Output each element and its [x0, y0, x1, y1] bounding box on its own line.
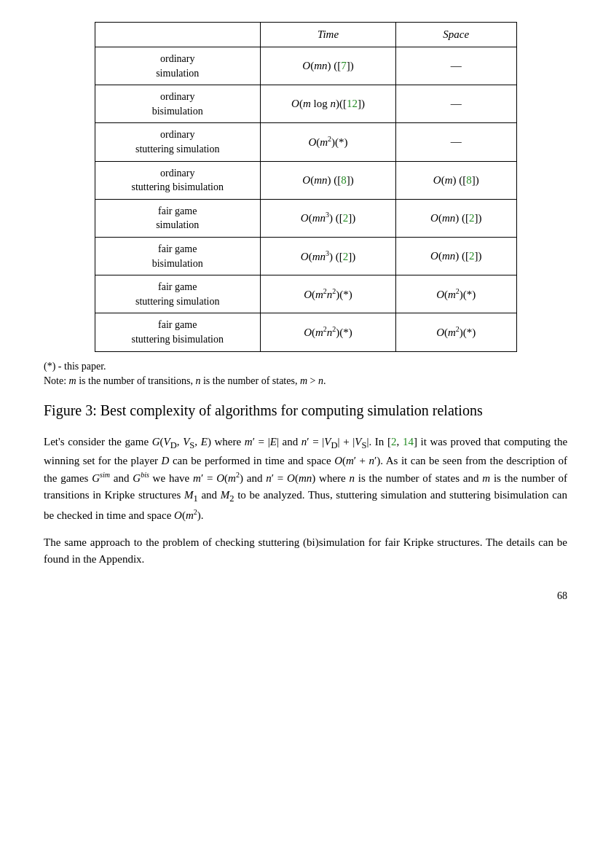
row-time-5: O(mn3) ([2]) — [260, 199, 395, 237]
body-paragraph-1: Let's consider the game G(VD, VS, E) whe… — [44, 434, 567, 525]
row-space-6: O(mn) ([2]) — [396, 237, 516, 275]
row-time-1: O(mn) ([7]) — [260, 47, 395, 85]
table-row: fair gamestuttering bisimulation O(m2n2)… — [95, 313, 516, 351]
row-space-7: O(m2)(*) — [396, 275, 516, 313]
row-space-5: O(mn) ([2]) — [396, 199, 516, 237]
row-time-2: O(m log n)([12]) — [260, 85, 395, 123]
col-header-time: Time — [260, 23, 395, 47]
row-space-8: O(m2)(*) — [396, 313, 516, 351]
table-row: fair gamestuttering simulation O(m2n2)(*… — [95, 275, 516, 313]
table-row: fair gamesimulation O(mn3) ([2]) O(mn) (… — [95, 199, 516, 237]
table-row: ordinarystuttering bisimulation O(mn) ([… — [95, 161, 516, 199]
col-header-algorithm — [95, 23, 260, 47]
row-time-3: O(m2)(*) — [260, 123, 395, 161]
row-label-7: fair gamestuttering simulation — [95, 275, 260, 313]
table-row: fair gamebisimulation O(mn3) ([2]) O(mn)… — [95, 237, 516, 275]
figure-caption: Figure 3: Best complexity of algorithms … — [44, 400, 567, 421]
row-space-2: — — [396, 85, 516, 123]
row-time-7: O(m2n2)(*) — [260, 275, 395, 313]
table-row: ordinarysimulation O(mn) ([7]) — — [95, 47, 516, 85]
row-time-6: O(mn3) ([2]) — [260, 237, 395, 275]
row-label-3: ordinarystuttering simulation — [95, 123, 260, 161]
row-label-1: ordinarysimulation — [95, 47, 260, 85]
table-row: ordinarybisimulation O(m log n)([12]) — — [95, 85, 516, 123]
row-label-5: fair gamesimulation — [95, 199, 260, 237]
body-paragraph-2: The same approach to the problem of chec… — [44, 534, 567, 568]
complexity-table: Time Space ordinarysimulation O(mn) ([7]… — [95, 22, 517, 352]
row-time-8: O(m2n2)(*) — [260, 313, 395, 351]
col-header-space: Space — [396, 23, 516, 47]
footnote-line2: Note: m is the number of transitions, n … — [44, 375, 567, 387]
row-label-8: fair gamestuttering bisimulation — [95, 313, 260, 351]
row-label-2: ordinarybisimulation — [95, 85, 260, 123]
complexity-table-wrapper: Time Space ordinarysimulation O(mn) ([7]… — [44, 22, 567, 352]
row-space-4: O(m) ([8]) — [396, 161, 516, 199]
footnote-line1: (*) - this paper. — [44, 361, 567, 372]
row-time-4: O(mn) ([8]) — [260, 161, 395, 199]
row-space-1: — — [396, 47, 516, 85]
row-space-3: — — [396, 123, 516, 161]
table-row: ordinarystuttering simulation O(m2)(*) — — [95, 123, 516, 161]
row-label-4: ordinarystuttering bisimulation — [95, 161, 260, 199]
row-label-6: fair gamebisimulation — [95, 237, 260, 275]
page-number: 68 — [44, 590, 567, 602]
